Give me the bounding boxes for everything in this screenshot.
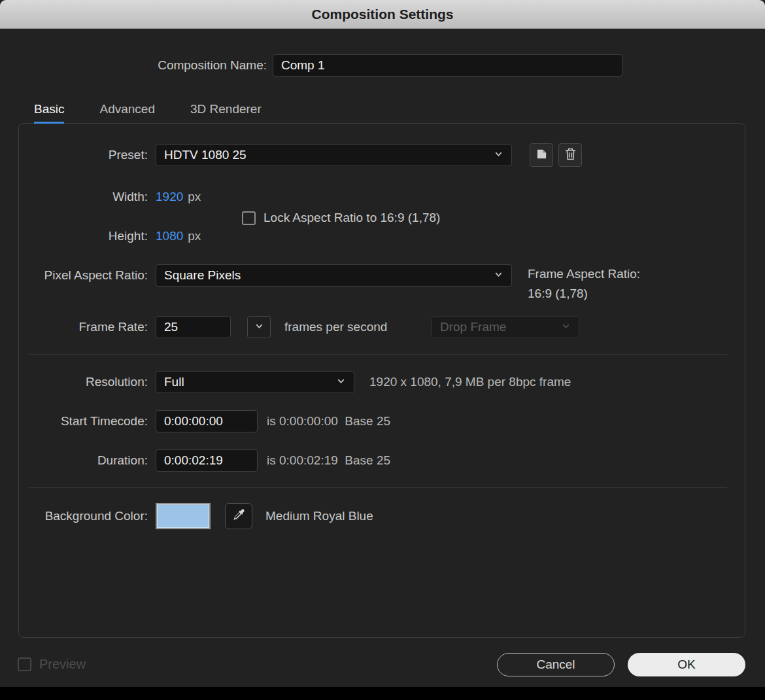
composition-name-label: Composition Name: (29, 58, 267, 73)
composition-name-row: Composition Name: (0, 54, 765, 77)
preview-checkbox[interactable] (18, 657, 31, 671)
dialog-title: Composition Settings (312, 7, 454, 22)
tab-advanced-label: Advanced (99, 102, 155, 116)
cancel-button[interactable]: Cancel (497, 653, 615, 676)
tab-advanced[interactable]: Advanced (99, 102, 155, 124)
tab-basic[interactable]: Basic (34, 102, 64, 124)
tab-basic-label: Basic (34, 102, 64, 116)
composition-settings-dialog: Composition Settings Composition Name: B… (0, 0, 765, 687)
tab-bar: Basic Advanced 3D Renderer (34, 102, 262, 124)
dialog-titlebar[interactable]: Composition Settings (0, 0, 765, 29)
tab-3d-renderer[interactable]: 3D Renderer (190, 102, 262, 124)
tab-3d-renderer-label: 3D Renderer (190, 102, 262, 116)
preview-label: Preview (39, 657, 86, 672)
preview-control: Preview (18, 657, 86, 672)
composition-name-input[interactable] (273, 54, 622, 77)
ok-button[interactable]: OK (628, 653, 745, 676)
settings-panel (18, 123, 745, 638)
